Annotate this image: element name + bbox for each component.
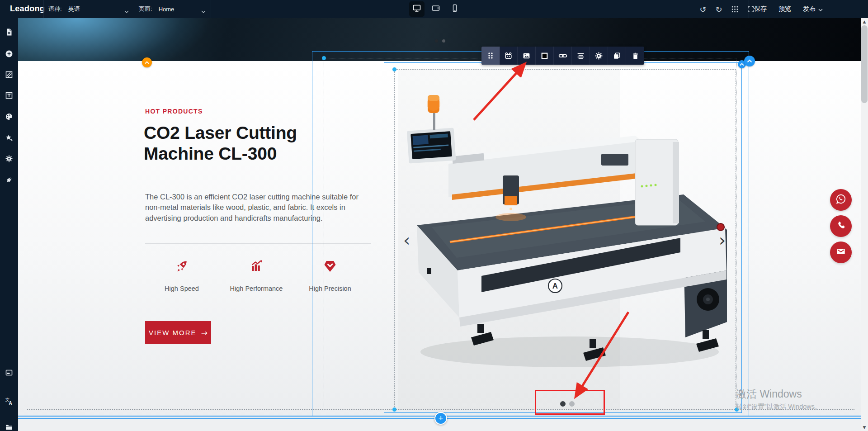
theme-icon[interactable]: [5, 113, 13, 121]
chevron-up-icon: [747, 59, 752, 63]
hero-section[interactable]: [18, 18, 861, 61]
contact-float-buttons: [830, 189, 852, 268]
undo-icon[interactable]: ↺: [698, 4, 708, 14]
text-icon[interactable]: [5, 91, 13, 99]
section-anchor-handle[interactable]: [142, 57, 152, 67]
selection-handle[interactable]: [735, 407, 739, 412]
tablet-icon: [431, 4, 440, 14]
topbar-divider: [211, 0, 211, 18]
hero-carousel-dot[interactable]: [435, 39, 438, 43]
view-more-button[interactable]: VIEW MORE →: [145, 321, 211, 344]
sidebar: 文A: [0, 18, 18, 431]
feature-high-performance: High Performance: [218, 259, 295, 292]
svg-text:A: A: [9, 401, 12, 406]
scroll-down-arrow[interactable]: ▼: [861, 424, 868, 431]
phone-button[interactable]: [830, 215, 852, 237]
plugin-icon[interactable]: [5, 176, 13, 184]
email-icon: [835, 246, 847, 259]
preview-button[interactable]: 预览: [778, 5, 791, 13]
sections-icon[interactable]: [5, 369, 13, 377]
whatsapp-icon: [835, 193, 847, 207]
components-icon[interactable]: [730, 4, 740, 14]
carousel-next-button[interactable]: ›: [719, 232, 726, 249]
language-select[interactable]: 语种: 英语: [48, 0, 129, 18]
editor-canvas: HOT PRODUCTS CO2 Laser Cutting Machine C…: [18, 18, 861, 431]
drag-handle-icon[interactable]: [481, 47, 500, 65]
scroll-up-arrow[interactable]: ▲: [861, 18, 868, 25]
hero-carousel-dot[interactable]: [442, 39, 445, 43]
gem-icon: [323, 259, 337, 273]
text-divider: [145, 243, 371, 244]
chevron-up-icon: [740, 63, 744, 66]
selection-handle[interactable]: [322, 56, 326, 60]
publish-label: 发布: [803, 5, 816, 13]
arrow-right-icon: →: [201, 328, 208, 337]
add-block-icon[interactable]: [5, 50, 13, 58]
language-label: 语种:: [48, 5, 62, 13]
files-icon[interactable]: [5, 423, 13, 431]
chevron-down-icon: [201, 8, 206, 14]
chevron-down-icon: [818, 5, 823, 13]
image-icon[interactable]: [518, 47, 536, 65]
email-button[interactable]: [830, 242, 852, 263]
eyebrow-label: HOT PRODUCTS: [145, 108, 203, 115]
feature-label: High Precision: [292, 285, 368, 292]
page-value: Home: [159, 6, 175, 13]
settings-icon[interactable]: [590, 47, 608, 65]
feature-label: High Speed: [143, 285, 220, 292]
product-image[interactable]: [398, 69, 620, 409]
topbar-divider: [749, 0, 749, 18]
feature-label: High Performance: [218, 285, 295, 292]
page-select[interactable]: 页面: Home: [139, 0, 206, 18]
align-icon[interactable]: [572, 47, 590, 65]
page-label: 页面:: [139, 5, 152, 13]
background-icon[interactable]: [5, 71, 13, 79]
view-more-label: VIEW MORE: [149, 329, 197, 336]
translate-icon[interactable]: 文A: [5, 397, 13, 405]
border-icon[interactable]: [536, 47, 554, 65]
feature-high-speed: High Speed: [143, 259, 220, 292]
product-description: The CL-300 is an efficient CO2 laser cut…: [145, 192, 373, 223]
topbar-divider: [134, 0, 134, 18]
add-section-button[interactable]: +: [434, 412, 447, 425]
carousel-dot-active[interactable]: [560, 401, 566, 407]
tablet-preview-button[interactable]: [428, 1, 443, 17]
duplicate-icon[interactable]: [608, 47, 626, 65]
feature-high-precision: High Precision: [292, 259, 368, 292]
whatsapp-button[interactable]: [830, 189, 852, 211]
product-title: CO2 Laser Cutting Machine CL-300: [144, 123, 355, 164]
element-toolbar: [481, 47, 644, 65]
desktop-preview-button[interactable]: [409, 1, 425, 17]
selection-handle[interactable]: [392, 67, 396, 71]
effects-icon[interactable]: [5, 134, 13, 142]
carousel-prev-button[interactable]: ‹: [403, 232, 410, 249]
chevron-up-icon: [145, 61, 149, 64]
topbar-actions: 保存 预览 发布: [754, 0, 823, 18]
animation-icon[interactable]: [500, 47, 518, 65]
mobile-icon: [450, 4, 459, 14]
scrollbar-thumb[interactable]: [861, 25, 868, 103]
selection-handle[interactable]: [392, 407, 396, 412]
language-value: 英语: [68, 5, 80, 13]
topbar-divider: [43, 0, 44, 18]
settings-icon[interactable]: [5, 155, 13, 163]
phone-icon: [835, 220, 846, 232]
history-controls: ↺ ↻: [698, 0, 755, 18]
topbar: Leadong 语种: 英语 页面: Home ↺ ↻: [0, 0, 868, 18]
page-icon[interactable]: [5, 28, 13, 36]
link-icon[interactable]: [554, 47, 572, 65]
chart-icon: [249, 259, 264, 273]
redo-icon[interactable]: ↻: [714, 4, 724, 14]
rocket-icon: [175, 259, 189, 273]
move-up-handle[interactable]: [744, 56, 755, 66]
mobile-preview-button[interactable]: [447, 1, 462, 17]
vertical-scrollbar: ▲ ▼: [861, 18, 868, 431]
delete-icon[interactable]: [626, 47, 644, 65]
save-button[interactable]: 保存: [754, 5, 767, 13]
publish-button[interactable]: 发布: [803, 5, 823, 13]
desktop-icon: [412, 4, 421, 14]
container-bottom-guide: [27, 409, 854, 410]
carousel-dot-inactive[interactable]: [569, 401, 575, 407]
device-preview-switch: [409, 0, 462, 18]
app-logo[interactable]: Leadong: [10, 4, 45, 14]
